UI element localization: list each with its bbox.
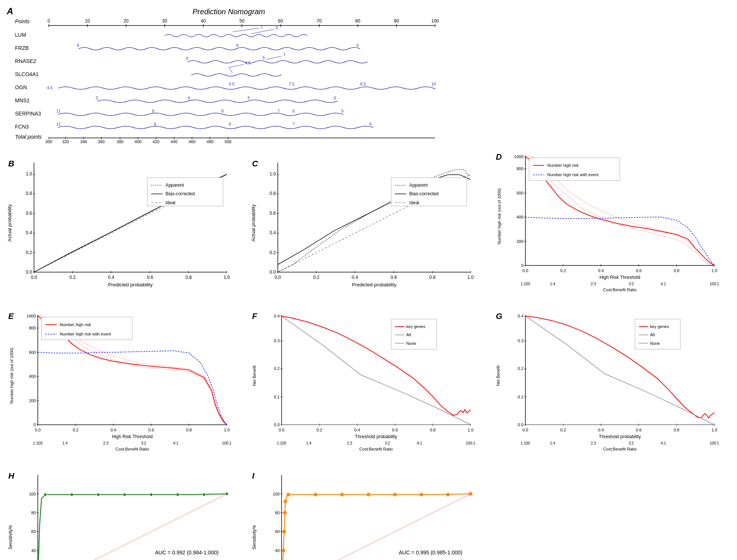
svg-text:3:2: 3:2	[629, 441, 634, 445]
svg-text:20: 20	[123, 18, 129, 24]
panel-d-legend-2: Number high risk with event	[547, 172, 599, 177]
svg-text:420: 420	[153, 139, 159, 144]
svg-text:600: 600	[516, 191, 523, 195]
gene-mns1: MNS1	[15, 97, 30, 103]
panel-d-label: D	[496, 152, 502, 162]
svg-text:0.2: 0.2	[73, 428, 78, 432]
svg-point-351	[283, 511, 287, 515]
svg-point-347	[446, 493, 450, 497]
svg-text:0.8: 0.8	[185, 275, 192, 280]
panel-c-ideal-label: Ideal	[409, 200, 419, 205]
svg-point-313	[225, 493, 228, 496]
svg-text:4:1: 4:1	[417, 441, 422, 445]
svg-text:4:1: 4:1	[661, 282, 666, 286]
svg-text:1:100: 1:100	[521, 441, 530, 445]
panel-f-x-label: Threshold probability	[355, 434, 398, 439]
svg-text:1.0: 1.0	[224, 428, 230, 432]
svg-text:200: 200	[516, 239, 523, 244]
svg-text:2:3: 2:3	[103, 441, 108, 445]
svg-point-311	[176, 493, 179, 496]
svg-text:0.4: 0.4	[598, 428, 604, 432]
ideal-label: Ideal	[165, 200, 175, 205]
svg-text:0.6: 0.6	[391, 275, 397, 280]
svg-text:0.6: 0.6	[636, 428, 641, 432]
svg-text:0.0: 0.0	[275, 275, 281, 280]
panel-f-all-line	[282, 316, 471, 425]
svg-text:0.3: 0.3	[518, 338, 523, 343]
svg-text:1:100: 1:100	[277, 441, 287, 445]
panel-e-event-line	[38, 351, 227, 425]
svg-text:6: 6	[293, 109, 295, 113]
svg-text:1:4: 1:4	[550, 282, 555, 286]
panel-g-legend-none: None	[650, 341, 660, 346]
svg-text:0.8: 0.8	[429, 275, 435, 280]
svg-text:6: 6	[236, 43, 239, 48]
svg-text:6: 6	[334, 96, 336, 100]
svg-text:0.8: 0.8	[674, 428, 679, 432]
svg-text:3:2: 3:2	[141, 441, 146, 445]
svg-text:1.0: 1.0	[26, 171, 32, 177]
panel-f-cost-label: Cost:Benefit Ratio	[359, 447, 393, 451]
svg-text:10: 10	[431, 82, 436, 86]
svg-text:4:1: 4:1	[173, 441, 179, 445]
svg-text:0.4: 0.4	[352, 275, 358, 280]
panel-e: E 0 200 400 600 800 1000	[4, 307, 246, 465]
panel-e-x-label: High Risk Threshold	[112, 434, 153, 439]
svg-text:60: 60	[275, 529, 279, 534]
svg-text:0.6: 0.6	[636, 268, 641, 273]
svg-text:7: 7	[278, 109, 280, 113]
svg-text:0.0: 0.0	[31, 275, 37, 280]
total-points-label: Total points	[15, 134, 42, 140]
svg-point-310	[150, 493, 153, 496]
svg-text:1.0: 1.0	[711, 268, 717, 273]
svg-text:1:4: 1:4	[306, 441, 311, 445]
svg-text:0.6: 0.6	[270, 211, 276, 216]
svg-text:3: 3	[186, 56, 188, 61]
svg-text:0.4: 0.4	[518, 314, 523, 318]
panel-d-y-axis: 0 200 400 600 800 1000	[514, 154, 527, 268]
panel-f-legend-none: None	[406, 341, 416, 346]
svg-text:400: 400	[516, 215, 523, 219]
nomogram-title: Prediction Nomogram	[192, 7, 265, 16]
panel-f-y-label: Net Benefit	[252, 365, 257, 386]
panel-g-legend-all: All	[650, 332, 654, 337]
svg-text:480: 480	[207, 139, 213, 144]
svg-text:50: 50	[239, 18, 245, 24]
panel-d-y-label: Number high risk (out of 1000)	[497, 188, 501, 244]
svg-text:0.1: 0.1	[274, 395, 279, 399]
svg-text:1.0: 1.0	[467, 275, 474, 280]
svg-text:100: 100	[29, 492, 36, 496]
svg-text:0.8: 0.8	[186, 428, 192, 432]
svg-text:800: 800	[516, 166, 523, 171]
gene-slco4a1: SLCO4A1	[15, 71, 39, 77]
svg-text:200: 200	[29, 398, 36, 403]
svg-text:0.2: 0.2	[274, 366, 279, 371]
bias-corrected-label: Bias-corrected	[165, 191, 195, 196]
svg-point-345	[393, 493, 397, 497]
panel-h-y-axis: 0 20 40 60 80 100	[29, 492, 39, 560]
svg-text:3:2: 3:2	[629, 282, 634, 286]
svg-text:4: 4	[188, 96, 190, 100]
svg-text:1.0: 1.0	[468, 428, 473, 432]
svg-text:0.0: 0.0	[26, 270, 32, 275]
panel-e-y-label: Number high risk (out of 1000)	[9, 347, 14, 404]
panel-f-key-genes-line	[282, 316, 471, 415]
svg-text:1000: 1000	[27, 314, 36, 318]
svg-text:8: 8	[77, 43, 79, 48]
panel-f-legend-kg: key genes	[406, 324, 425, 329]
svg-line-24	[251, 29, 274, 34]
svg-text:100:1: 100:1	[466, 441, 476, 445]
svg-text:0.0: 0.0	[270, 270, 276, 275]
svg-text:0.0: 0.0	[274, 422, 279, 427]
svg-text:0.4: 0.4	[108, 275, 114, 280]
svg-text:0.0: 0.0	[522, 428, 528, 432]
gene-ogn: OGN	[15, 84, 27, 90]
panel-g-cost-label: Cost:Benefit Ratio	[603, 447, 636, 451]
svg-text:70: 70	[317, 18, 322, 24]
panel-h-y-label: Sensitivity%	[8, 525, 13, 550]
svg-text:30: 30	[162, 18, 167, 24]
svg-point-344	[366, 493, 370, 497]
svg-text:0.4: 0.4	[111, 428, 116, 432]
panel-d-legend-1: Number high risk	[547, 163, 579, 168]
panel-i-y-axis: 0 20 40 60 80 100	[273, 492, 283, 560]
